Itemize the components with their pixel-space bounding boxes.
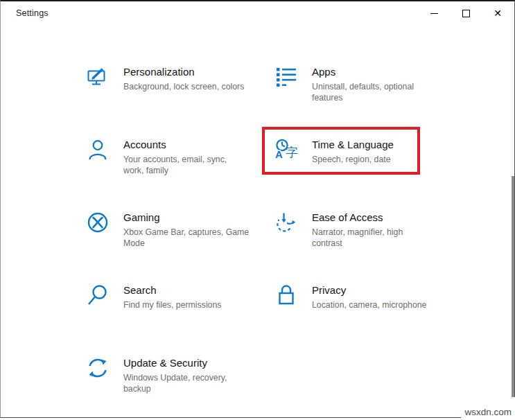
close-button[interactable]: ✕: [482, 3, 514, 24]
watermark: wsxdn.com: [461, 397, 515, 420]
tile-title: Search: [123, 284, 221, 296]
tile-time-language[interactable]: A 字 Time & Language Speech, region, date: [272, 135, 446, 166]
privacy-icon: [272, 283, 312, 307]
tile-accounts[interactable]: Accounts Your accounts, email, sync, wor…: [84, 135, 257, 176]
caption-buttons: ✕: [418, 3, 514, 24]
scrollbar-thumb[interactable]: [512, 176, 514, 419]
tile-search[interactable]: Search Find my files, permissions: [84, 281, 257, 311]
tile-title: Privacy: [312, 284, 426, 296]
tile-privacy[interactable]: Privacy Location, camera, microphone: [272, 281, 446, 311]
tile-title: Update & Security: [123, 357, 227, 369]
tile-title: Apps: [312, 66, 414, 78]
tile-title: Ease of Access: [312, 211, 403, 223]
tile-subtitle: Background, lock screen, colors: [123, 82, 244, 93]
gaming-icon: [84, 211, 123, 234]
tile-title: Gaming: [123, 211, 249, 223]
tile-update-security[interactable]: Update & Security Windows Update, recove…: [84, 353, 257, 394]
personalization-icon: [84, 65, 123, 89]
tile-subtitle: Speech, region, date: [312, 155, 394, 166]
svg-text:字: 字: [286, 145, 298, 159]
window-title: Settings: [16, 8, 49, 18]
ease-of-access-icon: [272, 211, 312, 234]
tile-ease-of-access[interactable]: Ease of Access Narrator, magnifier, high…: [272, 208, 446, 249]
tile-subtitle: Windows Update, recovery, backup: [123, 373, 227, 394]
update-security-icon: [84, 356, 123, 380]
tile-gaming[interactable]: Gaming Xbox Game Bar, captures, Game Mod…: [84, 208, 257, 249]
tile-subtitle: Narrator, magnifier, high contrast: [312, 227, 403, 249]
search-icon: [84, 283, 123, 307]
tile-title: Time & Language: [312, 139, 394, 150]
tile-subtitle: Uninstall, defaults, optional features: [312, 82, 414, 103]
maximize-icon: [462, 10, 470, 17]
tile-apps[interactable]: Apps Uninstall, defaults, optional featu…: [272, 62, 446, 103]
minimize-icon: [430, 13, 438, 14]
tile-title: Personalization: [123, 66, 244, 78]
maximize-button[interactable]: [450, 3, 482, 24]
titlebar: Settings ✕: [1, 3, 514, 25]
settings-window: Settings ✕ Personalization Background, l…: [0, 0, 515, 418]
tile-title: Accounts: [123, 139, 227, 150]
tile-subtitle: Xbox Game Bar, captures, Game Mode: [123, 227, 249, 249]
minimize-button[interactable]: [418, 3, 450, 24]
tile-subtitle: Find my files, permissions: [123, 300, 221, 311]
svg-text:A: A: [275, 148, 283, 160]
apps-icon: [272, 65, 312, 89]
tile-subtitle: Location, camera, microphone: [312, 300, 426, 311]
tile-subtitle: Your accounts, email, sync, work, family: [123, 155, 227, 176]
close-icon: ✕: [494, 8, 502, 18]
time-language-icon: A 字: [272, 138, 312, 161]
accounts-icon: [84, 138, 123, 161]
watermark-text: wsxdn.com: [464, 408, 515, 420]
tile-personalization[interactable]: Personalization Background, lock screen,…: [84, 62, 257, 93]
